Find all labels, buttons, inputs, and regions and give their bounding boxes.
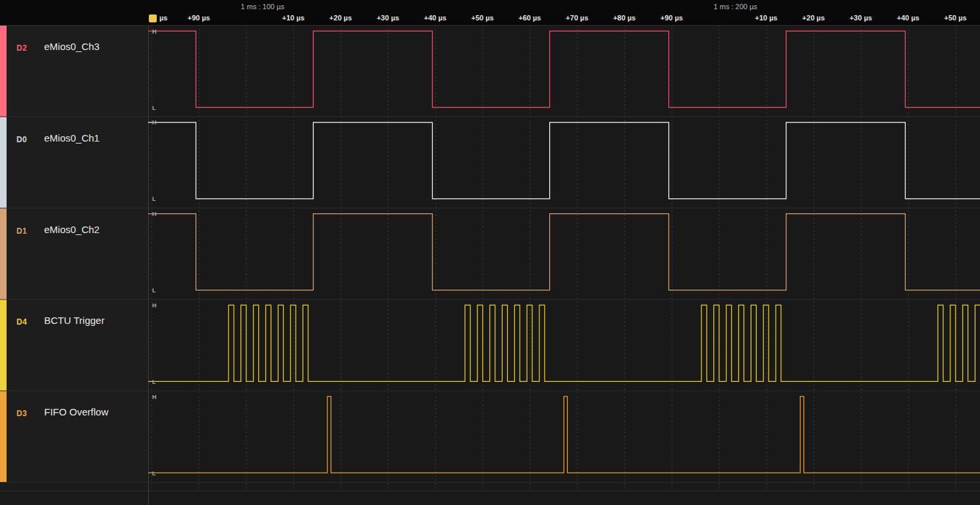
ruler-tick-label: +70 µs bbox=[566, 14, 588, 22]
low-level-label: L bbox=[152, 379, 156, 385]
ruler-major-label: 1 ms : 100 µs bbox=[241, 3, 285, 11]
trace-d4 bbox=[148, 305, 980, 381]
low-level-label: L bbox=[152, 105, 156, 111]
logic-analyzer-window: D2eMios0_Ch3D0eMios0_Ch1D1eMios0_Ch2D4BC… bbox=[0, 0, 980, 505]
ruler-tick-label: +30 µs bbox=[850, 14, 872, 22]
waveform-canvas[interactable]: HLHLHLHLHL bbox=[0, 0, 980, 505]
ruler-tick-label: +60 µs bbox=[518, 14, 541, 22]
trace-d3 bbox=[148, 396, 980, 473]
ruler-tick-label: +30 µs bbox=[377, 14, 399, 22]
ruler-major-label: 1 ms : 200 µs bbox=[714, 3, 757, 11]
ruler-tick-label: +20 µs bbox=[802, 14, 825, 22]
trace-d1 bbox=[148, 214, 980, 290]
ruler-tick-label: +50 µs bbox=[944, 14, 967, 22]
ruler-tick-label: +90 µs bbox=[188, 14, 210, 22]
low-level-label: L bbox=[152, 470, 156, 477]
low-level-label: L bbox=[152, 196, 156, 202]
trace-d2 bbox=[148, 31, 980, 107]
ruler-tick-label: +90 µs bbox=[661, 14, 683, 22]
ruler-tick-label: +40 µs bbox=[424, 14, 447, 22]
low-level-label: L bbox=[152, 287, 156, 294]
ruler-tick-label: +20 µs bbox=[329, 14, 352, 22]
high-level-label: H bbox=[152, 394, 157, 400]
ruler-tick-label: +50 µs bbox=[472, 14, 494, 22]
ruler-tick-label: µs bbox=[159, 14, 167, 22]
time-ruler[interactable]: 1 ms : 100 µs1 ms : 200 µsµs+90 µs+10 µs… bbox=[0, 0, 980, 25]
high-level-label: H bbox=[152, 302, 157, 309]
ruler-tick-label: +10 µs bbox=[755, 14, 777, 22]
trigger-marker-icon[interactable] bbox=[149, 14, 157, 22]
high-level-label: H bbox=[152, 211, 157, 217]
high-level-label: H bbox=[152, 28, 157, 35]
trace-d0 bbox=[148, 122, 980, 199]
ruler-tick-label: +10 µs bbox=[282, 14, 304, 22]
ruler-tick-label: +80 µs bbox=[613, 14, 636, 22]
high-level-label: H bbox=[152, 119, 157, 126]
ruler-tick-label: +40 µs bbox=[897, 14, 919, 22]
